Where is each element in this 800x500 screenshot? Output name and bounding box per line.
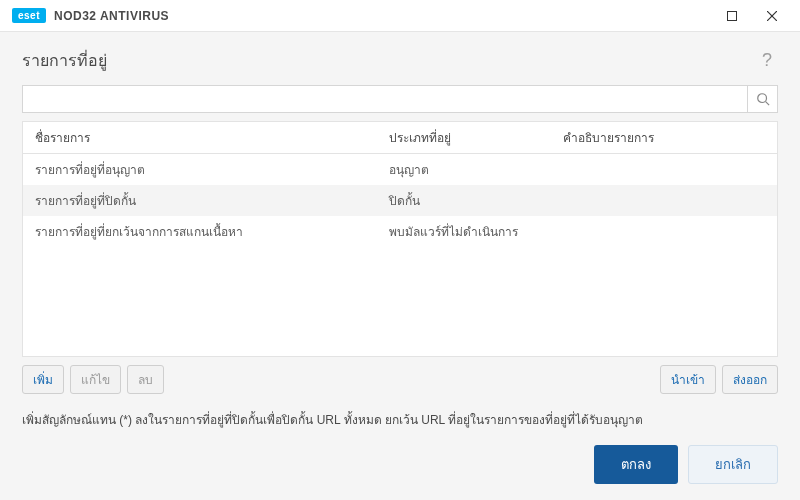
- add-button[interactable]: เพิ่ม: [22, 365, 64, 394]
- col-header-type[interactable]: ประเภทที่อยู่: [377, 122, 550, 153]
- help-button[interactable]: ?: [756, 46, 778, 75]
- page-title: รายการที่อยู่: [22, 48, 107, 73]
- cell-type: พบมัลแวร์ที่ไม่ดำเนินการ: [377, 216, 550, 247]
- brand-logo: eset: [12, 8, 46, 23]
- svg-point-3: [757, 94, 766, 103]
- table-body: รายการที่อยู่ที่อนุญาต อนุญาต รายการที่อ…: [23, 154, 777, 356]
- search-bar: [22, 85, 778, 113]
- header: รายการที่อยู่ ?: [0, 32, 800, 85]
- cell-name: รายการที่อยู่ที่ปิดกั้น: [23, 185, 377, 216]
- import-button[interactable]: นำเข้า: [660, 365, 716, 394]
- maximize-button[interactable]: [712, 0, 752, 32]
- ok-button[interactable]: ตกลง: [594, 445, 678, 484]
- cell-type: ปิดกั้น: [377, 185, 550, 216]
- svg-rect-0: [728, 11, 737, 20]
- cancel-button[interactable]: ยกเลิก: [688, 445, 778, 484]
- col-header-name[interactable]: ชื่อรายการ: [23, 122, 377, 153]
- titlebar: eset NOD32 ANTIVIRUS: [0, 0, 800, 32]
- hint-text: เพิ่มสัญลักษณ์แทน (*) ลงในรายการที่อยู่ท…: [0, 394, 800, 429]
- col-header-desc[interactable]: คำอธิบายรายการ: [551, 122, 777, 153]
- cell-type: อนุญาต: [377, 154, 550, 185]
- cell-desc: [551, 216, 777, 247]
- maximize-icon: [727, 11, 737, 21]
- table-actions: เพิ่ม แก้ไข ลบ นำเข้า ส่งออก: [22, 365, 778, 394]
- close-button[interactable]: [752, 0, 792, 32]
- table-row[interactable]: รายการที่อยู่ที่ยกเว้นจากการสแกนเนื้อหา …: [23, 216, 777, 247]
- search-input[interactable]: [23, 86, 747, 112]
- close-icon: [767, 11, 777, 21]
- cell-name: รายการที่อยู่ที่อนุญาต: [23, 154, 377, 185]
- table-header: ชื่อรายการ ประเภทที่อยู่ คำอธิบายรายการ: [23, 121, 777, 154]
- table-row[interactable]: รายการที่อยู่ที่อนุญาต อนุญาต: [23, 154, 777, 185]
- table-row[interactable]: รายการที่อยู่ที่ปิดกั้น ปิดกั้น: [23, 185, 777, 216]
- cell-name: รายการที่อยู่ที่ยกเว้นจากการสแกนเนื้อหา: [23, 216, 377, 247]
- product-name: NOD32 ANTIVIRUS: [54, 9, 169, 23]
- address-list-table: ชื่อรายการ ประเภทที่อยู่ คำอธิบายรายการ …: [22, 121, 778, 357]
- cell-desc: [551, 154, 777, 185]
- delete-button[interactable]: ลบ: [127, 365, 164, 394]
- dialog-footer: ตกลง ยกเลิก: [594, 445, 778, 484]
- export-button[interactable]: ส่งออก: [722, 365, 778, 394]
- search-icon: [756, 92, 770, 106]
- edit-button[interactable]: แก้ไข: [70, 365, 121, 394]
- svg-line-4: [765, 102, 769, 106]
- search-button[interactable]: [747, 86, 777, 112]
- cell-desc: [551, 185, 777, 216]
